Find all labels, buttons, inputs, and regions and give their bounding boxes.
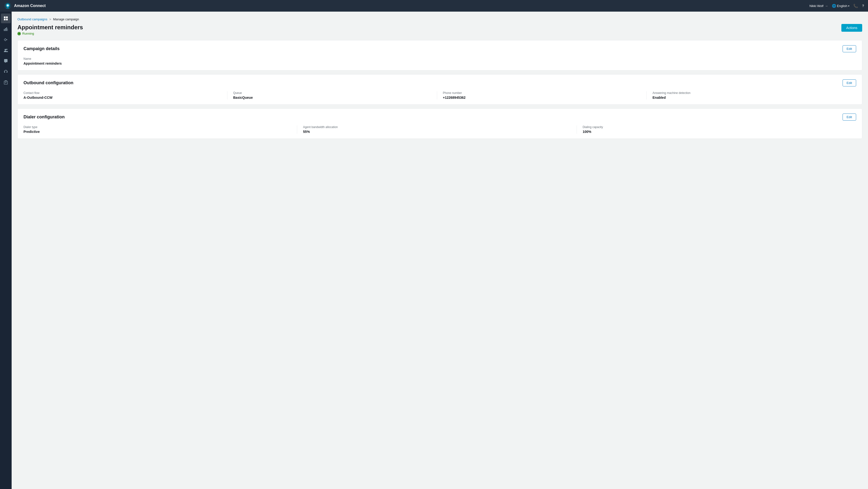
svg-point-10 xyxy=(5,49,6,51)
campaign-details-card: Campaign details Edit Name Appointment r… xyxy=(18,40,862,70)
dialer-type-value: Predictive xyxy=(24,130,291,134)
queue-value: BasicQueue xyxy=(233,96,431,99)
campaign-name-label: Name xyxy=(24,57,856,61)
svg-rect-4 xyxy=(4,19,6,20)
status-running-icon xyxy=(18,32,21,35)
breadcrumb-parent-link[interactable]: Outbound campaigns xyxy=(18,18,48,21)
svg-point-1 xyxy=(7,4,9,6)
sidebar-item-dashboard[interactable] xyxy=(1,13,11,23)
dialer-configuration-header: Dialer configuration Edit xyxy=(24,113,856,121)
svg-rect-2 xyxy=(4,17,6,18)
dashboard-icon xyxy=(3,16,8,21)
status-label: Running xyxy=(22,32,34,35)
sidebar-item-metrics[interactable] xyxy=(1,24,11,34)
answering-machine-field: Answering machine detection Enabled xyxy=(646,91,856,99)
sidebar-item-routing[interactable] xyxy=(1,35,11,44)
svg-rect-5 xyxy=(6,19,8,20)
campaign-details-title: Campaign details xyxy=(24,46,60,51)
amazon-connect-logo-icon xyxy=(4,2,11,10)
outbound-configuration-edit-button[interactable]: Edit xyxy=(843,79,856,87)
headset-icon xyxy=(3,69,8,74)
dialer-type-label: Dialer type xyxy=(24,125,291,129)
language-label: English xyxy=(837,4,847,8)
contact-flow-field: Contact flow A-Outbound-CCW xyxy=(24,91,227,99)
page-header: Appointment reminders Running Actions xyxy=(18,24,862,35)
status-badge: Running xyxy=(18,32,83,35)
help-icon[interactable]: ? xyxy=(862,4,864,8)
actions-button[interactable]: Actions xyxy=(841,24,862,32)
dialer-type-field: Dialer type Predictive xyxy=(24,125,297,134)
dialing-capacity-value: 100% xyxy=(583,130,850,134)
status-dot-inner xyxy=(18,33,20,35)
dialer-configuration-title: Dialer configuration xyxy=(24,115,65,120)
dialer-configuration-fields: Dialer type Predictive Agent bandwidth a… xyxy=(24,125,856,134)
agent-bandwidth-label: Agent bandwidth allocation xyxy=(303,125,570,129)
sidebar-item-channels[interactable] xyxy=(1,56,11,66)
chevron-down-icon: ▾ xyxy=(848,5,849,7)
outbound-configuration-card: Outbound configuration Edit Contact flow… xyxy=(18,74,862,105)
sidebar xyxy=(0,12,11,489)
metrics-icon xyxy=(3,27,8,31)
answering-machine-label: Answering machine detection xyxy=(652,91,850,95)
main-content: Outbound campaigns > Manage campaign App… xyxy=(11,12,868,489)
campaign-name-field: Name Appointment reminders xyxy=(24,57,856,65)
channels-icon xyxy=(3,59,8,63)
nav-right: Nikki Wolf → 🌐 English ▾ 📞 ? xyxy=(809,4,864,8)
queue-field: Queue BasicQueue xyxy=(227,91,437,99)
dialing-capacity-field: Dialing capacity 100% xyxy=(577,125,856,134)
user-info[interactable]: Nikki Wolf → xyxy=(809,4,828,8)
app-title: Amazon Connect xyxy=(14,4,46,8)
phone-number-label: Phone number xyxy=(443,91,641,95)
globe-icon: 🌐 xyxy=(832,4,836,8)
users-icon xyxy=(3,48,8,53)
phone-number-field: Phone number +12268945362 xyxy=(437,91,647,99)
svg-rect-8 xyxy=(6,27,7,31)
breadcrumb: Outbound campaigns > Manage campaign xyxy=(18,18,862,21)
dialer-configuration-edit-button[interactable]: Edit xyxy=(843,113,856,121)
page-title: Appointment reminders xyxy=(18,24,83,31)
user-name: Nikki Wolf xyxy=(809,4,824,8)
breadcrumb-separator: > xyxy=(50,18,51,21)
svg-rect-7 xyxy=(5,28,6,31)
page-title-section: Appointment reminders Running xyxy=(18,24,83,35)
svg-point-11 xyxy=(6,49,7,50)
phone-number-value: +12268945362 xyxy=(443,96,641,99)
top-navigation: Amazon Connect Nikki Wolf → 🌐 English ▾ … xyxy=(0,0,868,12)
contact-flow-label: Contact flow xyxy=(24,91,221,95)
agent-bandwidth-field: Agent bandwidth allocation 55% xyxy=(297,125,577,134)
outbound-configuration-title: Outbound configuration xyxy=(24,80,73,86)
dialing-capacity-label: Dialing capacity xyxy=(583,125,850,129)
agent-bandwidth-value: 55% xyxy=(303,130,570,134)
contact-flow-value: A-Outbound-CCW xyxy=(24,96,221,99)
campaign-details-edit-button[interactable]: Edit xyxy=(843,45,856,52)
app-logo[interactable]: Amazon Connect xyxy=(4,2,46,10)
phone-icon[interactable]: 📞 xyxy=(853,4,858,8)
outbound-configuration-fields: Contact flow A-Outbound-CCW Queue BasicQ… xyxy=(24,91,856,99)
svg-rect-6 xyxy=(4,29,5,31)
dialer-configuration-card: Dialer configuration Edit Dialer type Pr… xyxy=(18,108,862,139)
outbound-configuration-header: Outbound configuration Edit xyxy=(24,79,856,87)
sidebar-item-phone[interactable] xyxy=(1,67,11,76)
breadcrumb-current: Manage campaign xyxy=(53,18,79,21)
sidebar-item-cases[interactable] xyxy=(1,77,11,87)
logout-icon[interactable]: → xyxy=(825,4,828,8)
svg-rect-3 xyxy=(6,17,8,18)
routing-icon xyxy=(3,37,8,42)
sidebar-item-users[interactable] xyxy=(1,45,11,55)
campaign-name-value: Appointment reminders xyxy=(24,62,856,65)
queue-label: Queue xyxy=(233,91,431,95)
language-selector[interactable]: 🌐 English ▾ xyxy=(832,4,849,8)
campaign-details-header: Campaign details Edit xyxy=(24,45,856,52)
answering-machine-value: Enabled xyxy=(652,96,850,99)
cases-icon xyxy=(3,80,8,85)
svg-rect-9 xyxy=(7,29,8,31)
